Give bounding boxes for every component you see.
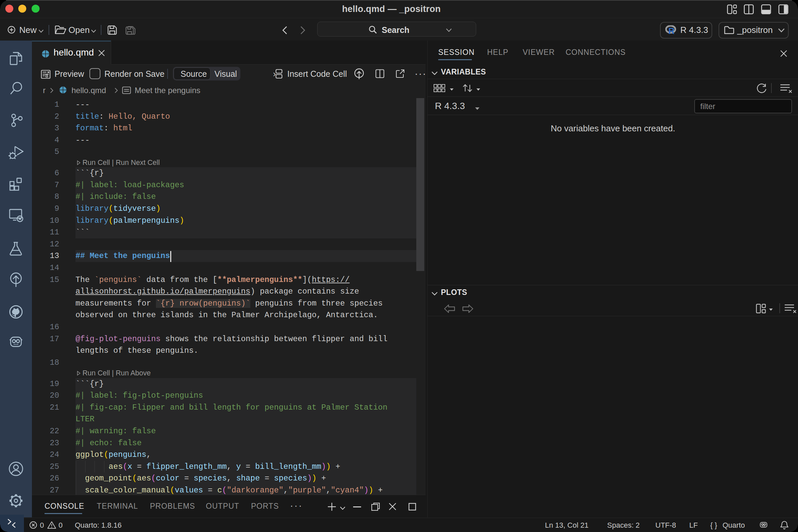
svg-text:R: R — [668, 26, 674, 35]
